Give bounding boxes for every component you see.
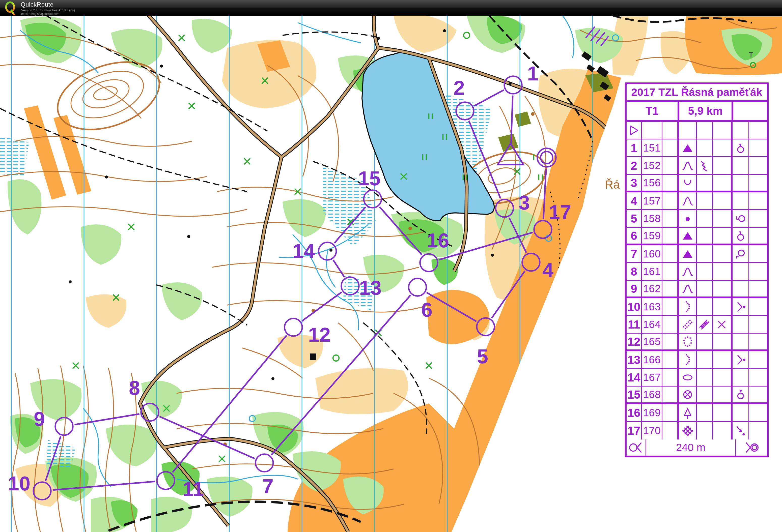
control-code: 170 [642, 422, 663, 440]
control-row-7: 7160 [627, 245, 767, 263]
col-f-dimensions-icon [713, 280, 733, 297]
control-row-11: 11164 [627, 316, 767, 334]
control-number: 3 [627, 175, 642, 191]
col-f-dimensions-icon [713, 228, 733, 243]
control-code: 156 [642, 175, 663, 191]
control-code: 151 [642, 140, 663, 156]
control-code: 157 [642, 192, 663, 209]
control-row-12: 12165 [627, 334, 767, 351]
app-website: matstroeng.se/quickroute/en [21, 12, 59, 15]
control-row-2: 2152 [627, 157, 767, 175]
col-e-detail-icon [697, 140, 713, 156]
col-f-dimensions-icon [713, 245, 733, 262]
control-number: 12 [627, 334, 642, 349]
col-c [663, 157, 679, 174]
control-code: 152 [642, 157, 663, 174]
control-row-10: 10163 [627, 298, 767, 316]
col-e-detail-icon [697, 298, 713, 315]
control-code: 165 [642, 334, 663, 349]
col-f-dimensions-icon [713, 175, 733, 191]
control-number: 6 [627, 228, 642, 243]
col-c [663, 334, 679, 349]
control-number: 13 [627, 351, 642, 368]
control-label-4: 4 [542, 259, 554, 281]
col-e-detail-icon [697, 334, 713, 349]
col-g-position-icon [733, 228, 749, 243]
control-code: 161 [642, 263, 663, 280]
col-e-detail-icon [697, 157, 713, 174]
col-f-dimensions-icon [713, 422, 733, 440]
map-label-0: Řá [605, 178, 620, 191]
title-bar: QuickRoute Version 2.4 (for www.bestik.c… [0, 0, 782, 15]
control-code: 169 [642, 404, 663, 421]
col-d-feature-icon [679, 280, 697, 297]
col-g-position-icon [733, 210, 749, 227]
col-c [663, 316, 679, 333]
col-h [749, 386, 767, 403]
control-code: 167 [642, 369, 663, 386]
cell-e [697, 122, 713, 139]
finish-row: 240 m [627, 440, 767, 456]
col-c [663, 245, 679, 262]
col-h [749, 140, 767, 156]
control-row-1: 1151 [627, 140, 767, 157]
col-d-feature-icon [679, 245, 697, 262]
finish-funnel-start-icon [627, 440, 646, 456]
col-d-feature-icon [679, 140, 697, 156]
course-length: 5,9 km [679, 102, 733, 120]
col-f-dimensions-icon [713, 334, 733, 349]
cell-f [713, 122, 733, 139]
control-row-8: 8161 [627, 263, 767, 280]
control-code: 159 [642, 228, 663, 243]
col-e-detail-icon [697, 404, 713, 421]
cell-h [749, 122, 767, 139]
col-h [749, 210, 767, 227]
control-number: 17 [627, 422, 642, 440]
col-h [749, 175, 767, 191]
col-g-position-icon [733, 157, 749, 174]
control-label-13: 13 [359, 276, 382, 299]
col-f-dimensions-icon [713, 369, 733, 386]
control-label-15: 15 [358, 167, 381, 190]
col-g-position-icon [733, 175, 749, 191]
col-h [749, 351, 767, 368]
col-g-position-icon [733, 316, 749, 333]
control-number: 10 [627, 298, 642, 315]
control-row-13: 13166 [627, 351, 767, 369]
control-number: 2 [627, 157, 642, 174]
col-f-dimensions-icon [713, 263, 733, 280]
col-h [749, 369, 767, 386]
col-h [749, 228, 767, 243]
col-d-feature-icon [679, 228, 697, 243]
cell-g [733, 122, 749, 139]
col-g-position-icon [733, 192, 749, 209]
col-d-feature-icon [679, 351, 697, 368]
control-label-17: 17 [549, 201, 571, 223]
control-number: 5 [627, 210, 642, 227]
col-d-feature-icon [679, 316, 697, 333]
control-code: 163 [642, 298, 663, 315]
col-f-dimensions-icon [713, 298, 733, 315]
col-e-detail-icon [697, 351, 713, 368]
col-e-detail-icon [697, 316, 713, 333]
col-g-position-icon [733, 386, 749, 403]
col-d-feature-icon [679, 404, 697, 421]
col-c [663, 228, 679, 243]
control-number: 15 [627, 386, 642, 403]
col-e-detail-icon [697, 280, 713, 297]
col-g-position-icon [733, 280, 749, 297]
quickroute-window: ŘáT 1234567891011121314151617 QuickRoute… [0, 0, 782, 532]
col-d-feature-icon [679, 386, 697, 403]
col-f-dimensions-icon [713, 316, 733, 333]
control-label-1: 1 [527, 62, 539, 85]
col-d-feature-icon [679, 157, 697, 174]
col-f-dimensions-icon [713, 351, 733, 368]
col-c [663, 422, 679, 440]
col-g-position-icon [733, 334, 749, 349]
start-symbol-icon [627, 122, 642, 139]
col-h [749, 280, 767, 297]
control-number: 7 [627, 245, 642, 262]
control-label-14: 14 [293, 240, 315, 262]
control-number: 11 [627, 316, 642, 333]
col-e-detail-icon [697, 175, 713, 191]
